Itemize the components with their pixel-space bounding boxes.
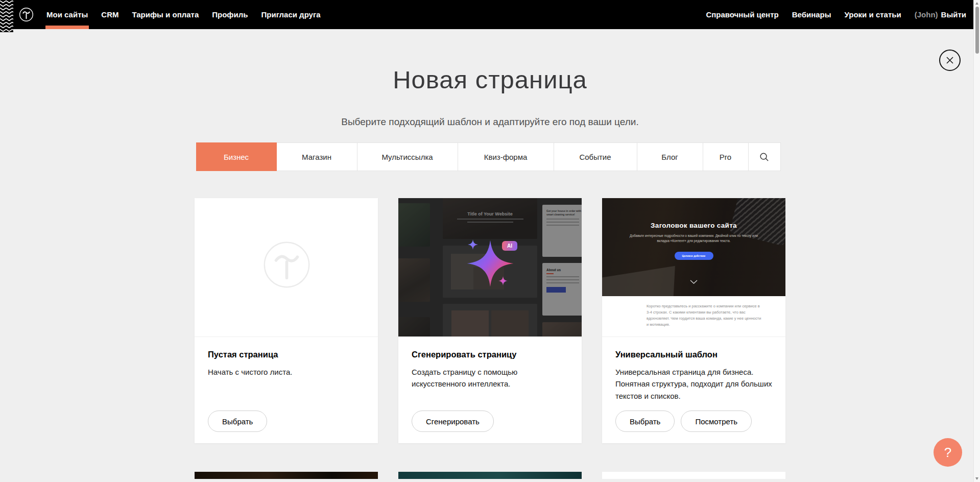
card-title: Пустая страница xyxy=(208,350,365,359)
help-button[interactable]: ? xyxy=(934,438,962,467)
zigzag-pattern xyxy=(0,0,13,32)
page-subtitle: Выберите подходящий шаблон и адаптируйте… xyxy=(0,116,980,128)
user-logout[interactable]: (John)Выйти xyxy=(915,0,966,29)
template-cta-button: Целевое действие xyxy=(675,252,713,260)
ai-badge: AI xyxy=(502,241,517,251)
tab-blog[interactable]: Блог xyxy=(637,142,703,171)
template-body-text: Коротко представьтесь и расскажите о ком… xyxy=(647,303,763,328)
nav-crm[interactable]: CRM xyxy=(101,0,118,29)
scrollbar[interactable] xyxy=(973,0,980,482)
template-cards-row: Пустая страница Начать с чистого листа. … xyxy=(195,198,785,443)
tab-event[interactable]: Событие xyxy=(554,142,637,171)
card-title: Универсальный шаблон xyxy=(615,350,772,359)
close-icon xyxy=(945,56,954,65)
ai-card-body: Сгенерировать страницу Создать страницу … xyxy=(398,337,582,443)
template-subheading: Добавьте интересные подробности о вашей … xyxy=(630,233,758,244)
tab-search[interactable] xyxy=(748,142,781,171)
tab-pro[interactable]: Pro xyxy=(703,142,749,171)
card-actions: Выбрать Посмотреть xyxy=(615,411,772,432)
choose-blank-button[interactable]: Выбрать xyxy=(208,411,267,432)
page-title: Новая страница xyxy=(0,65,980,94)
card-description: Создать страницу с помощью искусственног… xyxy=(412,366,568,390)
card-ai-generate: Title of Your Website Get your house in … xyxy=(398,198,582,443)
tab-quiz[interactable]: Квиз-форма xyxy=(458,142,554,171)
ai-preview: Title of Your Website Get your house in … xyxy=(398,198,582,337)
nav-lessons[interactable]: Уроки и статьи xyxy=(845,0,901,29)
template-category-tabs: Бизнес Магазин Мультиссылка Квиз-форма С… xyxy=(196,142,784,171)
nav-help-center[interactable]: Справочный центр xyxy=(706,0,778,29)
ai-sparkle-small-icon xyxy=(467,239,479,250)
close-button[interactable] xyxy=(939,50,961,71)
card-actions: Сгенерировать xyxy=(412,411,568,432)
main-nav: Мои сайты CRM Тарифы и оплата Профиль Пр… xyxy=(46,0,321,29)
generate-button[interactable]: Сгенерировать xyxy=(412,411,494,432)
card-universal-template: Заголовок вашего сайта Добавьте интересн… xyxy=(602,198,785,443)
chevron-down-icon xyxy=(690,280,698,284)
card-description: Универсальная страница для бизнеса. Поня… xyxy=(615,366,772,402)
card-description: Начать с чистого листа. xyxy=(208,366,365,378)
template-card-partial[interactable] xyxy=(195,472,378,479)
choose-template-button[interactable]: Выбрать xyxy=(615,411,675,432)
nav-my-sites[interactable]: Мои сайты xyxy=(46,0,88,29)
template-hero-image: Заголовок вашего сайта Добавьте интересн… xyxy=(602,198,785,296)
user-name: (John) xyxy=(915,10,938,19)
template-card-partial[interactable] xyxy=(398,472,582,479)
blank-page-preview xyxy=(195,198,378,337)
scrollbar-thumb[interactable] xyxy=(975,7,979,54)
universal-template-preview: Заголовок вашего сайта Добавьте интересн… xyxy=(602,198,785,337)
card-blank-page: Пустая страница Начать с чистого листа. … xyxy=(195,198,378,443)
search-icon xyxy=(759,152,769,162)
scroll-down-arrow-icon[interactable] xyxy=(975,477,978,480)
top-navbar: Мои сайты CRM Тарифы и оплата Профиль Пр… xyxy=(0,0,980,29)
tab-store[interactable]: Магазин xyxy=(276,142,357,171)
card-title: Сгенерировать страницу xyxy=(412,350,568,359)
blank-page-body: Пустая страница Начать с чистого листа. … xyxy=(195,337,378,443)
logout-link[interactable]: Выйти xyxy=(941,10,966,19)
tab-multilink[interactable]: Мультиссылка xyxy=(357,142,458,171)
ai-sparkle-small-icon xyxy=(498,276,508,286)
nav-tariffs[interactable]: Тарифы и оплата xyxy=(132,0,199,29)
next-templates-row xyxy=(195,472,785,479)
view-template-button[interactable]: Посмотреть xyxy=(681,411,752,432)
universal-card-body: Универсальный шаблон Универсальная стран… xyxy=(602,337,785,443)
nav-webinars[interactable]: Вебинары xyxy=(792,0,831,29)
tilda-watermark-icon xyxy=(262,240,311,289)
tab-business[interactable]: Бизнес xyxy=(196,142,277,171)
template-heading: Заголовок вашего сайта xyxy=(651,222,737,229)
nav-invite-friend[interactable]: Пригласи друга xyxy=(261,0,320,29)
tilda-logo-icon[interactable] xyxy=(18,6,35,23)
template-card-partial[interactable] xyxy=(602,472,785,479)
card-actions: Выбрать xyxy=(208,411,365,432)
secondary-nav: Справочный центр Вебинары Уроки и статьи… xyxy=(706,0,966,29)
nav-profile[interactable]: Профиль xyxy=(212,0,248,29)
scroll-up-arrow-icon[interactable] xyxy=(975,2,978,5)
